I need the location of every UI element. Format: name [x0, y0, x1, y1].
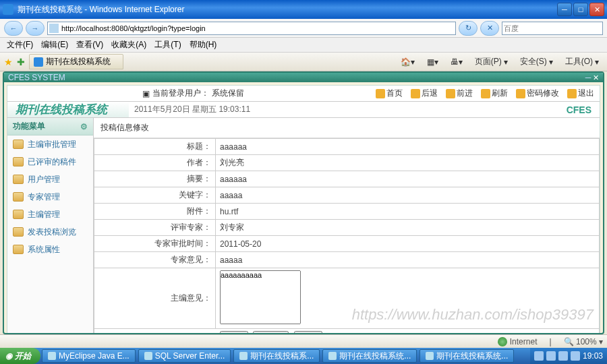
value-abstract: aaaaaa	[216, 171, 600, 187]
task-ie3[interactable]: 期刊在线投稿系统...	[420, 349, 514, 363]
app-min-icon[interactable]: ─	[585, 73, 591, 82]
brand: CFES	[567, 104, 600, 115]
windows-taskbar: ◉ 开始 MyEclipse Java E... SQL Server Ente…	[0, 348, 607, 364]
nav-forward[interactable]: 前进	[446, 88, 473, 99]
task-myeclipse[interactable]: MyEclipse Java E...	[42, 349, 136, 363]
app-close-icon[interactable]: ✕	[593, 73, 599, 82]
value-title: aaaaaa	[216, 139, 600, 155]
back-button[interactable]: ←	[4, 21, 23, 36]
label-reviewer: 评审专家：	[94, 220, 216, 236]
feeds-icon[interactable]: ▦▾	[423, 56, 442, 68]
ie-favicon	[3, 4, 13, 15]
task-sqlserver[interactable]: SQL Server Enter...	[138, 349, 231, 363]
browser-tab[interactable]: 期刊在线投稿系统	[29, 54, 123, 69]
label-title: 标题：	[94, 139, 216, 155]
folder-icon	[13, 157, 24, 166]
url-input[interactable]	[61, 24, 454, 32]
print-icon[interactable]: 🖶▾	[446, 56, 467, 68]
system-tray[interactable]: 19:03	[530, 348, 607, 364]
sidebar-item-editors[interactable]: 主编管理	[7, 206, 93, 223]
sidebar-item-editor-approval[interactable]: 主编审批管理	[7, 135, 93, 153]
zoom-level[interactable]: 🔍 100% ▾	[564, 337, 603, 346]
folder-icon	[13, 175, 24, 184]
clock[interactable]: 19:03	[583, 351, 603, 361]
logout-icon	[567, 89, 577, 98]
close-button[interactable]: ✕	[589, 3, 604, 16]
maximize-button[interactable]: □	[573, 3, 588, 16]
label-keywords: 关键字：	[94, 187, 216, 204]
refresh-icon	[481, 89, 490, 98]
task-ie1[interactable]: 期刊在线投稿系...	[233, 349, 320, 363]
nav-password[interactable]: 密码修改	[516, 88, 559, 99]
menu-file[interactable]: 文件(F)	[3, 39, 37, 51]
menu-view[interactable]: 查看(V)	[72, 39, 107, 51]
sidebar-item-reviewed[interactable]: 已评审的稿件	[7, 153, 93, 171]
app-topbar: ▣ 当前登录用户：系统保留 首页 后退 前进 刷新 密码修改 退出	[7, 86, 600, 102]
editor-opinion-textarea[interactable]	[220, 270, 301, 324]
value-attach[interactable]: hu.rtf	[216, 204, 600, 220]
stop-button[interactable]: ✕	[480, 21, 499, 36]
value-reviewer: 刘专家	[216, 220, 600, 236]
sidebar-item-sysprops[interactable]: 系统属性	[7, 241, 93, 258]
folder-icon	[13, 192, 24, 202]
sidebar-header: 功能菜单 ⚙	[7, 118, 93, 135]
search-input[interactable]	[504, 24, 601, 32]
ie-menubar: 文件(F) 编辑(E) 查看(V) 收藏夹(A) 工具(T) 帮助(H)	[0, 38, 607, 53]
nav-logout[interactable]: 退出	[567, 88, 594, 99]
value-keywords: aaaaa	[216, 187, 600, 204]
label-reviewer-opinion: 专家意见：	[94, 252, 216, 268]
tray-icon[interactable]	[546, 351, 556, 361]
tray-icon[interactable]	[534, 351, 544, 361]
label-author: 作者：	[94, 155, 216, 171]
sidebar: 功能菜单 ⚙ 主编审批管理 已评审的稿件 用户管理 专家管理 主编管理 发表投稿…	[7, 118, 94, 334]
main-panel: 投稿信息修改 标题：aaaaaa 作者：刘光亮 摘要：aaaaaa 关键字：aa…	[94, 118, 600, 334]
value-reviewer-opinion: aaaaa	[216, 252, 600, 268]
page-favicon	[49, 24, 59, 33]
tray-icon[interactable]	[558, 351, 568, 361]
home-icon[interactable]: 🏠▾	[397, 56, 419, 68]
start-button[interactable]: ◉ 开始	[0, 348, 40, 364]
gear-icon[interactable]: ⚙	[80, 122, 88, 131]
nav-home[interactable]: 首页	[376, 88, 403, 99]
folder-icon	[13, 210, 24, 219]
form-table: 标题：aaaaaa 作者：刘光亮 摘要：aaaaaa 关键字：aaaaa 附件：…	[94, 138, 600, 334]
label-review-time: 专家审批时间：	[94, 236, 216, 252]
forward-button[interactable]: →	[26, 21, 45, 36]
label-editor-opinion: 主编意见：	[94, 268, 216, 329]
tray-icon[interactable]	[571, 351, 580, 361]
refresh-button[interactable]: ↻	[459, 21, 478, 36]
label-abstract: 摘要：	[94, 171, 216, 187]
ie-statusbar: Internet | 🔍 100% ▾	[0, 334, 607, 348]
value-review-time: 2011-05-20	[216, 236, 600, 252]
search-bar[interactable]	[502, 22, 603, 35]
current-user-label: 当前登录用户：	[152, 88, 209, 99]
globe-icon	[498, 337, 507, 346]
sidebar-item-experts[interactable]: 专家管理	[7, 188, 93, 206]
key-icon	[516, 89, 525, 98]
form-title: 投稿信息修改	[94, 118, 600, 138]
app-window: CFES SYSTEM ─ ✕ ▣ 当前登录用户：系统保留 首页 后退 前进 刷…	[3, 71, 604, 334]
back-icon	[411, 89, 420, 98]
favorites-icon[interactable]: ★	[4, 57, 13, 67]
menu-help[interactable]: 帮助(H)	[185, 39, 221, 51]
home-icon	[376, 89, 385, 98]
sidebar-item-users[interactable]: 用户管理	[7, 171, 93, 188]
sidebar-item-published[interactable]: 发表投稿浏览	[7, 223, 93, 241]
ie-safety-menu[interactable]: 安全(S)▾	[516, 55, 557, 69]
ie-page-menu[interactable]: 页面(P)▾	[471, 55, 512, 69]
minimize-button[interactable]: ─	[557, 3, 572, 16]
nav-back[interactable]: 后退	[411, 88, 438, 99]
menu-tools[interactable]: 工具(T)	[150, 39, 185, 51]
menu-favorites[interactable]: 收藏夹(A)	[107, 39, 150, 51]
menu-edit[interactable]: 编辑(E)	[37, 39, 72, 51]
address-bar[interactable]	[47, 22, 456, 35]
nav-refresh[interactable]: 刷新	[481, 88, 508, 99]
add-favorite-icon[interactable]: ✚	[17, 57, 25, 67]
window-title: 期刊在线投稿系统 - Windows Internet Explorer	[18, 4, 557, 16]
security-zone: Internet	[510, 337, 538, 346]
ie-tools-menu[interactable]: 工具(O)▾	[561, 55, 603, 69]
folder-icon	[13, 140, 24, 149]
task-ie2[interactable]: 期刊在线投稿系统...	[322, 349, 417, 363]
label-attach: 附件：	[94, 204, 216, 220]
current-user: 系统保留	[212, 88, 244, 99]
